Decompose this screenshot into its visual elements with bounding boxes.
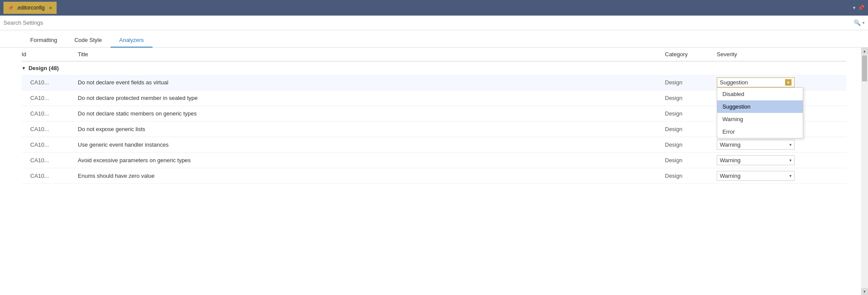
dropdown-item-suggestion[interactable]: Suggestion bbox=[717, 100, 803, 113]
group-label: Design (48) bbox=[29, 65, 59, 71]
severity-dropdown-menu: Disabled Suggestion Warning Error bbox=[717, 87, 803, 138]
row-5-id: CA10... bbox=[22, 141, 78, 148]
severity-dropdown-button-6[interactable]: Warning ▾ bbox=[717, 155, 795, 165]
row-3-category: Design bbox=[665, 110, 717, 117]
header-category: Category bbox=[665, 51, 717, 58]
table-area: Id Title Category Severity ▼ Design (48)… bbox=[0, 48, 868, 295]
dropdown-arrow-icon-1: ▾ bbox=[785, 79, 792, 86]
main-content: Formatting Code Style Analyzers Id Title… bbox=[0, 30, 868, 295]
table-header: Id Title Category Severity bbox=[22, 48, 846, 61]
scrollbar-thumb[interactable] bbox=[862, 55, 867, 81]
dropdown-arrow-icon-6: ▾ bbox=[789, 158, 792, 163]
row-6-id: CA10... bbox=[22, 157, 78, 164]
pin-icon: 📌 bbox=[8, 5, 14, 11]
row-7-id: CA10... bbox=[22, 173, 78, 179]
pin-tab-icon[interactable]: 📌 bbox=[858, 5, 865, 11]
group-header-design[interactable]: ▼ Design (48) bbox=[22, 61, 846, 75]
row-1-id: CA10... bbox=[22, 79, 78, 86]
table-row: CA10... Enums should have zero value Des… bbox=[22, 168, 846, 184]
severity-dropdown-button-5[interactable]: Warning ▾ bbox=[717, 140, 795, 150]
severity-dropdown-button-1[interactable]: Suggestion ▾ bbox=[717, 77, 795, 87]
table-row: CA10... Use generic event handler instan… bbox=[22, 137, 846, 153]
search-icon-area: 🔍 ▾ bbox=[854, 19, 865, 26]
search-icon[interactable]: 🔍 bbox=[854, 19, 861, 26]
close-icon[interactable]: ✕ bbox=[49, 6, 52, 10]
search-input[interactable] bbox=[3, 19, 854, 26]
row-7-title: Enums should have zero value bbox=[78, 173, 665, 179]
row-6-category: Design bbox=[665, 157, 717, 164]
tab-bar-controls: ▾ 📌 bbox=[853, 5, 865, 11]
row-4-id: CA10... bbox=[22, 126, 78, 132]
severity-value-5: Warning bbox=[720, 141, 741, 148]
group-expand-arrow: ▼ bbox=[22, 66, 26, 71]
row-6-severity: Warning ▾ bbox=[717, 155, 846, 165]
search-bar: 🔍 ▾ bbox=[0, 16, 868, 30]
scrollbar-down-button[interactable]: ▼ bbox=[861, 288, 868, 295]
row-5-severity: Warning ▾ bbox=[717, 140, 846, 150]
severity-dropdown-1[interactable]: Suggestion ▾ Disabled Suggestion Warning… bbox=[717, 77, 795, 87]
tab-formatting[interactable]: Formatting bbox=[22, 33, 66, 48]
tab-title: .editorconfig bbox=[16, 5, 45, 11]
scrollbar-up-button[interactable]: ▲ bbox=[861, 48, 868, 55]
dropdown-item-disabled[interactable]: Disabled bbox=[717, 88, 803, 100]
row-7-category: Design bbox=[665, 173, 717, 179]
dropdown-item-error[interactable]: Error bbox=[717, 125, 803, 138]
dropdown-arrow-icon-5: ▾ bbox=[789, 142, 792, 147]
tab-bar: 📌 .editorconfig ✕ ▾ 📌 bbox=[0, 0, 868, 16]
tab-analyzers[interactable]: Analyzers bbox=[111, 33, 153, 48]
row-2-category: Design bbox=[665, 95, 717, 101]
table-row: CA10... Avoid excessive parameters on ge… bbox=[22, 153, 846, 168]
chevron-down-icon[interactable]: ▾ bbox=[853, 5, 855, 11]
header-title: Title bbox=[78, 51, 665, 58]
row-2-id: CA10... bbox=[22, 95, 78, 101]
row-1-category: Design bbox=[665, 79, 717, 86]
row-6-title: Avoid excessive parameters on generic ty… bbox=[78, 157, 665, 164]
row-3-id: CA10... bbox=[22, 110, 78, 117]
dropdown-item-warning[interactable]: Warning bbox=[717, 113, 803, 125]
row-1-severity: Suggestion ▾ Disabled Suggestion Warning… bbox=[717, 77, 846, 87]
row-1-title: Do not declare event fields as virtual bbox=[78, 79, 665, 86]
severity-value-7: Warning bbox=[720, 173, 741, 179]
row-2-title: Do not declare protected member in seale… bbox=[78, 95, 665, 101]
severity-dropdown-button-7[interactable]: Warning ▾ bbox=[717, 171, 795, 181]
nav-tabs: Formatting Code Style Analyzers bbox=[0, 30, 868, 48]
header-id: Id bbox=[22, 51, 78, 58]
row-5-category: Design bbox=[665, 141, 717, 148]
severity-value-1: Suggestion bbox=[720, 79, 748, 86]
table-row: CA10... Do not declare event fields as v… bbox=[22, 75, 846, 90]
row-3-title: Do not declare static members on generic… bbox=[78, 110, 665, 117]
search-dropdown-arrow[interactable]: ▾ bbox=[862, 20, 865, 25]
row-4-title: Do not expose generic lists bbox=[78, 126, 665, 132]
severity-value-6: Warning bbox=[720, 157, 741, 164]
scrollbar[interactable]: ▲ ▼ bbox=[861, 48, 868, 295]
row-7-severity: Warning ▾ bbox=[717, 171, 846, 181]
row-5-title: Use generic event handler instances bbox=[78, 141, 665, 148]
tab-code-style[interactable]: Code Style bbox=[66, 33, 111, 48]
dropdown-arrow-icon-7: ▾ bbox=[789, 173, 792, 178]
header-severity: Severity bbox=[717, 51, 846, 58]
editor-tab[interactable]: 📌 .editorconfig ✕ bbox=[3, 2, 57, 14]
row-4-category: Design bbox=[665, 126, 717, 132]
